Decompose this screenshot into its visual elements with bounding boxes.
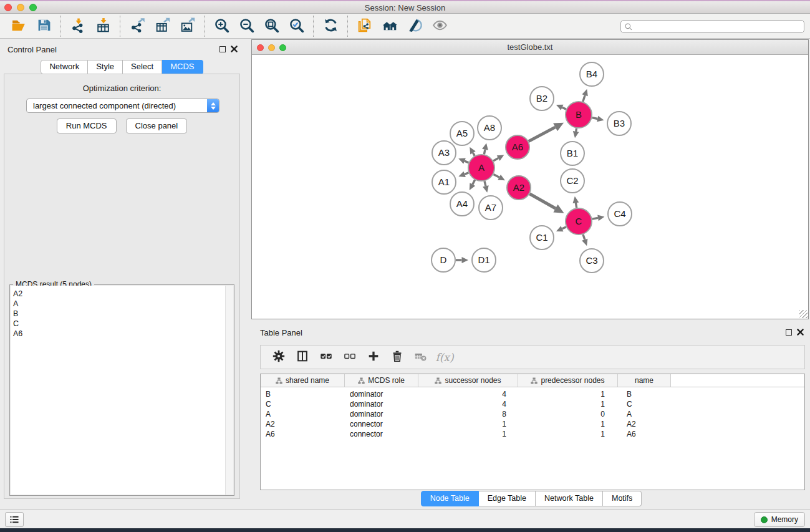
table-row-C[interactable]: Cdominator41C [261,399,804,409]
select-all-icon [319,349,333,365]
network-window-titlebar[interactable]: testGlobe.txt [252,40,808,55]
table-row-A2[interactable]: A2connector11A2 [261,419,804,429]
save-session-button[interactable] [34,16,53,36]
refresh-button[interactable] [321,16,340,36]
graph-edge-B-B3[interactable] [592,118,598,119]
select-all-button[interactable] [318,349,334,366]
table-cell: connector [345,420,418,428]
tab-node-table[interactable]: Node Table [421,491,479,506]
result-list-item[interactable]: A [11,299,233,309]
save-session-icon [36,17,52,35]
eye-button[interactable] [430,16,449,36]
search-field[interactable] [620,20,804,33]
mcds-tab-content: Optimization criterion: largest connecte… [4,74,240,499]
result-list-item[interactable]: B [11,309,233,319]
toolbar-separator [60,16,61,37]
graph-edge-A-A3[interactable] [465,161,469,163]
copy-network-button[interactable] [355,16,374,36]
graph-edge-B-B1[interactable] [576,128,577,132]
open-file-button[interactable] [9,16,28,36]
column-header-predecessor-nodes[interactable]: predecessor nodes [518,374,618,387]
graph-edge-B-B4[interactable] [583,95,585,102]
zoom-selected-button[interactable] [287,16,306,36]
graph-edge-A-A4[interactable] [473,180,475,184]
tab-mcds[interactable]: MCDS [162,60,203,74]
export-network-button[interactable] [128,16,147,36]
control-panel-tabs: NetworkStyleSelectMCDS [0,60,244,74]
tab-select[interactable]: Select [123,60,162,74]
column-header-MCDS-role[interactable]: MCDS role [345,374,418,387]
run-mcds-button[interactable]: Run MCDS [57,118,117,133]
graph-edge-A-A1[interactable] [465,173,468,174]
table-cell: 0 [518,410,618,418]
function-builder-icon: f(x) [435,351,453,364]
float-panel-icon[interactable] [219,46,226,52]
table-row-B[interactable]: Bdominator41B [261,389,804,399]
graph-node-label-C1: C1 [536,232,547,243]
add-row-button[interactable] [365,349,382,366]
export-table-button[interactable] [153,16,171,36]
export-image-button[interactable] [178,16,196,36]
import-table-button[interactable] [94,16,112,36]
table-panel-title: Table Panel [260,328,302,337]
close-panel-icon[interactable] [231,46,238,52]
column-header-name[interactable]: name [618,374,671,387]
graph-edge-arrowhead [582,239,587,246]
network-canvas[interactable]: B4B2BB3A5A8A6A3AB1A1A2C2A4A7C4CC1DD1C3 [252,55,808,319]
table-row-A[interactable]: Adominator80A [261,409,804,419]
column-header-shared-name[interactable]: shared name [261,374,345,387]
tab-motifs[interactable]: Motifs [603,491,642,506]
resize-grip-icon[interactable] [799,310,808,318]
result-list-item[interactable]: A2 [11,289,233,299]
graph-edge-A6-B[interactable] [529,127,556,142]
show-task-history-button[interactable] [5,512,24,527]
graph-edge-A2-C[interactable] [529,194,556,208]
close-panel-button[interactable]: Close panel [126,118,188,133]
columns-button[interactable] [294,349,311,366]
float-table-panel-icon[interactable] [786,329,792,336]
show-hide-graphics-button[interactable] [405,16,424,36]
table-type-tabs: Node TableEdge TableNetwork TableMotifs [253,491,810,506]
graph-node-label-A4: A4 [456,198,468,209]
graph-edge-A-A8[interactable] [484,150,485,155]
status-bar: Memory [0,509,810,528]
graph-node-label-A6: A6 [512,142,523,152]
close-table-panel-icon[interactable] [797,329,804,336]
app-titlebar[interactable]: Session: New Session [0,1,810,14]
import-network-button[interactable] [69,16,87,36]
memory-button[interactable]: Memory [754,512,805,527]
result-list-scrollbar[interactable] [225,286,233,495]
graph-edge-C-C3[interactable] [583,235,585,239]
settings-button[interactable] [271,349,287,366]
graph-edge-A-A2[interactable] [493,174,499,177]
deselect-all-button[interactable] [342,349,358,366]
open-file-icon [11,17,27,35]
tab-edge-table[interactable]: Edge Table [479,491,536,506]
graph-edge-C-C4[interactable] [592,218,598,219]
result-list-item[interactable]: C [11,319,233,329]
graph-edge-A-A5[interactable] [473,153,475,156]
mcds-result-groupbox: MCDS result (5 nodes) A2ABCA6 [9,284,234,496]
graph-edge-A-A7[interactable] [485,181,486,186]
network-canvas-svg[interactable]: B4B2BB3A5A8A6A3AB1A1A2C2A4A7C4CC1DD1C3 [252,55,808,319]
graph-edge-C-C2[interactable] [576,203,576,208]
column-header-successor-nodes[interactable]: successor nodes [418,374,518,387]
home-button[interactable] [380,16,399,36]
graph-edge-C-C1[interactable] [562,227,566,229]
result-list-item[interactable]: A6 [11,329,233,339]
mcds-result-list[interactable]: A2ABCA6 [11,286,233,495]
columns-icon [296,349,309,365]
search-input[interactable] [635,22,804,31]
graph-edge-A-A6[interactable] [493,158,498,162]
tab-network[interactable]: Network [41,60,88,74]
table-row-A6[interactable]: A6connector11A6 [261,429,804,439]
zoom-fit-button[interactable] [262,16,281,36]
tab-style[interactable]: Style [88,60,123,74]
delete-row-button[interactable] [389,349,405,366]
tab-network-table[interactable]: Network Table [536,491,603,506]
graph-edge-arrowhead [482,143,488,150]
zoom-in-button[interactable] [212,16,231,36]
graph-edge-B-B2[interactable] [562,107,566,109]
criterion-dropdown[interactable]: largest connected component (directed) [26,99,219,113]
zoom-out-button[interactable] [237,16,256,36]
